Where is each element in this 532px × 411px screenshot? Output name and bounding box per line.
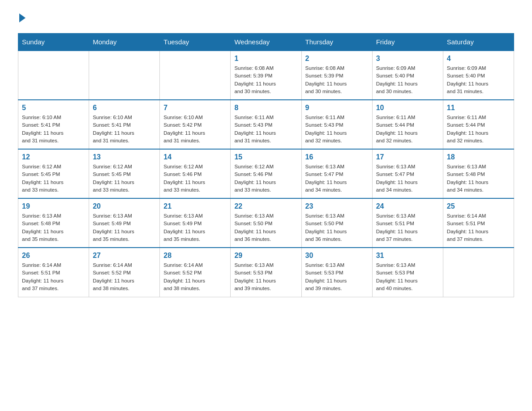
calendar-cell (160, 51, 231, 100)
day-info: Sunrise: 6:13 AM Sunset: 5:48 PM Dayligh… (22, 212, 85, 243)
weekday-header-wednesday: Wednesday (231, 34, 301, 51)
day-number: 30 (305, 252, 369, 260)
calendar-cell: 18Sunrise: 6:13 AM Sunset: 5:48 PM Dayli… (443, 149, 514, 198)
calendar-cell: 30Sunrise: 6:13 AM Sunset: 5:53 PM Dayli… (301, 248, 372, 297)
day-number: 11 (447, 104, 510, 112)
day-number: 21 (163, 202, 227, 210)
day-number: 22 (234, 202, 297, 210)
calendar-cell: 27Sunrise: 6:14 AM Sunset: 5:52 PM Dayli… (89, 248, 160, 297)
calendar-cell (443, 248, 514, 297)
day-info: Sunrise: 6:12 AM Sunset: 5:45 PM Dayligh… (93, 163, 156, 194)
calendar-cell: 24Sunrise: 6:13 AM Sunset: 5:51 PM Dayli… (372, 198, 443, 248)
day-number: 31 (376, 252, 439, 260)
calendar-cell: 25Sunrise: 6:14 AM Sunset: 5:51 PM Dayli… (443, 198, 514, 248)
day-number: 24 (376, 202, 439, 210)
calendar-cell: 7Sunrise: 6:10 AM Sunset: 5:42 PM Daylig… (160, 100, 231, 149)
calendar-cell: 8Sunrise: 6:11 AM Sunset: 5:43 PM Daylig… (231, 100, 301, 149)
calendar-cell: 4Sunrise: 6:09 AM Sunset: 5:40 PM Daylig… (443, 51, 514, 100)
day-number: 4 (447, 55, 510, 63)
day-info: Sunrise: 6:13 AM Sunset: 5:50 PM Dayligh… (305, 212, 369, 243)
day-number: 15 (234, 153, 297, 161)
weekday-header-thursday: Thursday (301, 34, 372, 51)
day-info: Sunrise: 6:13 AM Sunset: 5:53 PM Dayligh… (234, 261, 297, 292)
week-row-5: 26Sunrise: 6:14 AM Sunset: 5:51 PM Dayli… (18, 248, 514, 297)
day-number: 25 (447, 202, 510, 210)
calendar-cell: 12Sunrise: 6:12 AM Sunset: 5:45 PM Dayli… (18, 149, 89, 198)
day-info: Sunrise: 6:10 AM Sunset: 5:41 PM Dayligh… (93, 114, 156, 145)
day-info: Sunrise: 6:11 AM Sunset: 5:44 PM Dayligh… (376, 114, 439, 145)
day-info: Sunrise: 6:13 AM Sunset: 5:48 PM Dayligh… (447, 163, 510, 194)
day-number: 26 (22, 252, 85, 260)
week-row-3: 12Sunrise: 6:12 AM Sunset: 5:45 PM Dayli… (18, 149, 514, 198)
day-number: 10 (376, 104, 439, 112)
calendar-cell: 17Sunrise: 6:13 AM Sunset: 5:47 PM Dayli… (372, 149, 443, 198)
calendar-cell (18, 51, 89, 100)
weekday-header-tuesday: Tuesday (160, 34, 231, 51)
calendar-cell: 2Sunrise: 6:08 AM Sunset: 5:39 PM Daylig… (301, 51, 372, 100)
day-info: Sunrise: 6:14 AM Sunset: 5:51 PM Dayligh… (22, 261, 85, 292)
day-info: Sunrise: 6:13 AM Sunset: 5:49 PM Dayligh… (93, 212, 156, 243)
day-number: 12 (22, 153, 85, 161)
logo (18, 13, 26, 24)
week-row-1: 1Sunrise: 6:08 AM Sunset: 5:39 PM Daylig… (18, 51, 514, 100)
calendar-cell: 31Sunrise: 6:13 AM Sunset: 5:53 PM Dayli… (372, 248, 443, 297)
calendar-cell: 28Sunrise: 6:14 AM Sunset: 5:52 PM Dayli… (160, 248, 231, 297)
day-number: 14 (163, 153, 227, 161)
day-number: 16 (305, 153, 369, 161)
day-info: Sunrise: 6:13 AM Sunset: 5:49 PM Dayligh… (163, 212, 227, 243)
page-header (18, 13, 514, 24)
day-info: Sunrise: 6:08 AM Sunset: 5:39 PM Dayligh… (234, 64, 297, 95)
day-number: 5 (22, 104, 85, 112)
day-info: Sunrise: 6:09 AM Sunset: 5:40 PM Dayligh… (376, 64, 439, 95)
day-number: 20 (93, 202, 156, 210)
day-info: Sunrise: 6:12 AM Sunset: 5:46 PM Dayligh… (163, 163, 227, 194)
weekday-header-friday: Friday (372, 34, 443, 51)
day-info: Sunrise: 6:13 AM Sunset: 5:53 PM Dayligh… (305, 261, 369, 292)
day-info: Sunrise: 6:13 AM Sunset: 5:47 PM Dayligh… (376, 163, 439, 194)
day-number: 19 (22, 202, 85, 210)
weekday-header-saturday: Saturday (443, 34, 514, 51)
day-info: Sunrise: 6:14 AM Sunset: 5:52 PM Dayligh… (163, 261, 227, 292)
day-info: Sunrise: 6:09 AM Sunset: 5:40 PM Dayligh… (447, 64, 510, 95)
calendar-cell: 29Sunrise: 6:13 AM Sunset: 5:53 PM Dayli… (231, 248, 301, 297)
week-row-2: 5Sunrise: 6:10 AM Sunset: 5:41 PM Daylig… (18, 100, 514, 149)
day-info: Sunrise: 6:13 AM Sunset: 5:47 PM Dayligh… (305, 163, 369, 194)
calendar-header-row: SundayMondayTuesdayWednesdayThursdayFrid… (18, 34, 514, 51)
weekday-header-monday: Monday (89, 34, 160, 51)
calendar-cell: 11Sunrise: 6:11 AM Sunset: 5:44 PM Dayli… (443, 100, 514, 149)
day-number: 2 (305, 55, 369, 63)
day-number: 13 (93, 153, 156, 161)
day-info: Sunrise: 6:13 AM Sunset: 5:53 PM Dayligh… (376, 261, 439, 292)
calendar-cell: 26Sunrise: 6:14 AM Sunset: 5:51 PM Dayli… (18, 248, 89, 297)
calendar-cell: 9Sunrise: 6:11 AM Sunset: 5:43 PM Daylig… (301, 100, 372, 149)
calendar-cell: 10Sunrise: 6:11 AM Sunset: 5:44 PM Dayli… (372, 100, 443, 149)
calendar-cell: 1Sunrise: 6:08 AM Sunset: 5:39 PM Daylig… (231, 51, 301, 100)
day-info: Sunrise: 6:14 AM Sunset: 5:52 PM Dayligh… (93, 261, 156, 292)
day-info: Sunrise: 6:13 AM Sunset: 5:50 PM Dayligh… (234, 212, 297, 243)
day-info: Sunrise: 6:13 AM Sunset: 5:51 PM Dayligh… (376, 212, 439, 243)
calendar-cell: 16Sunrise: 6:13 AM Sunset: 5:47 PM Dayli… (301, 149, 372, 198)
calendar-cell: 14Sunrise: 6:12 AM Sunset: 5:46 PM Dayli… (160, 149, 231, 198)
calendar-cell: 21Sunrise: 6:13 AM Sunset: 5:49 PM Dayli… (160, 198, 231, 248)
day-number: 27 (93, 252, 156, 260)
day-number: 17 (376, 153, 439, 161)
day-number: 23 (305, 202, 369, 210)
day-info: Sunrise: 6:08 AM Sunset: 5:39 PM Dayligh… (305, 64, 369, 95)
calendar-cell: 22Sunrise: 6:13 AM Sunset: 5:50 PM Dayli… (231, 198, 301, 248)
calendar-cell: 5Sunrise: 6:10 AM Sunset: 5:41 PM Daylig… (18, 100, 89, 149)
day-info: Sunrise: 6:11 AM Sunset: 5:44 PM Dayligh… (447, 114, 510, 145)
day-number: 8 (234, 104, 297, 112)
day-info: Sunrise: 6:10 AM Sunset: 5:42 PM Dayligh… (163, 114, 227, 145)
calendar-cell: 3Sunrise: 6:09 AM Sunset: 5:40 PM Daylig… (372, 51, 443, 100)
day-number: 6 (93, 104, 156, 112)
weekday-header-sunday: Sunday (18, 34, 89, 51)
day-info: Sunrise: 6:11 AM Sunset: 5:43 PM Dayligh… (305, 114, 369, 145)
day-info: Sunrise: 6:12 AM Sunset: 5:45 PM Dayligh… (22, 163, 85, 194)
calendar-cell (89, 51, 160, 100)
logo-arrow-icon (19, 13, 26, 22)
day-info: Sunrise: 6:14 AM Sunset: 5:51 PM Dayligh… (447, 212, 510, 243)
calendar-cell: 13Sunrise: 6:12 AM Sunset: 5:45 PM Dayli… (89, 149, 160, 198)
day-number: 3 (376, 55, 439, 63)
day-number: 1 (234, 55, 297, 63)
calendar-cell: 23Sunrise: 6:13 AM Sunset: 5:50 PM Dayli… (301, 198, 372, 248)
